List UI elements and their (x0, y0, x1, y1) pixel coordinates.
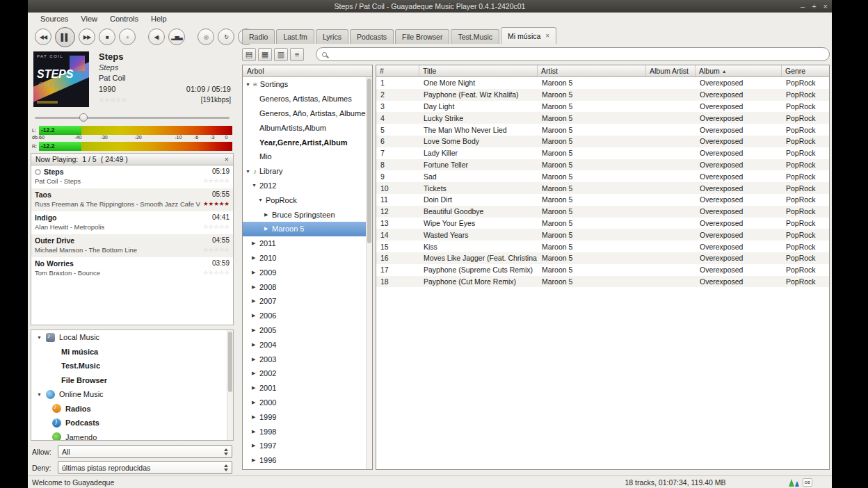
tab-test-music[interactable]: Test.Music (451, 29, 499, 44)
table-row[interactable]: 2Payphone (Feat. Wiz Khalifa)Maroon 5Ove… (376, 89, 829, 101)
tab-radio[interactable]: Radio (242, 29, 275, 44)
collapse-icon[interactable]: ▼ (37, 335, 46, 340)
spinner-icon[interactable] (224, 464, 228, 471)
table-row[interactable]: 14Wasted YearsMaroon 5OverexposedPopRock (376, 229, 829, 241)
close-button[interactable]: × (823, 3, 828, 10)
collapse-icon[interactable]: ▼ (252, 183, 259, 188)
expand-icon[interactable]: ▶ (252, 284, 259, 290)
tree-item-2005[interactable]: ▶2005 (243, 323, 366, 338)
table-row[interactable]: 4Lucky StrikeMaroon 5OverexposedPopRock (376, 112, 829, 124)
tab-lyrics[interactable]: Lyrics (316, 29, 348, 44)
expand-icon[interactable]: ▶ (252, 270, 259, 275)
maximize-button[interactable]: + (812, 3, 816, 10)
allow-filter-select[interactable]: All (58, 445, 232, 458)
column-header-album-artist[interactable]: Album Artist (646, 65, 696, 76)
source-item-local-music[interactable]: ▼Local Music (31, 330, 233, 345)
table-row[interactable]: 18Payphone (Cut More Remix)Maroon 5Overe… (376, 276, 829, 288)
expand-icon[interactable]: ▶ (252, 400, 259, 405)
tree-item-library[interactable]: ▼♪Library (243, 164, 366, 179)
table-row[interactable]: 9SadMaroon 5OverexposedPopRock (376, 170, 829, 182)
expand-icon[interactable]: ▶ (252, 327, 259, 333)
playlist-item[interactable]: Outer Drive04:55Michael Manson - The Bot… (31, 234, 233, 257)
record-button[interactable]: ● (119, 29, 136, 45)
tree-item-bruce-springsteen[interactable]: ▶Bruce Springsteen (243, 207, 366, 222)
tree-item-2001[interactable]: ▶2001 (243, 381, 366, 396)
column-header-artist[interactable]: Artist (538, 65, 646, 76)
table-row[interactable]: 12Beautiful GoodbyeMaroon 5OverexposedPo… (376, 206, 829, 218)
table-row[interactable]: 6Love Some BodyMaroon 5OverexposedPopRoc… (376, 136, 829, 147)
column-header-genre[interactable]: Genre (782, 65, 829, 76)
tree-item-2003[interactable]: ▶2003 (243, 352, 366, 366)
menu-item-help[interactable]: Help (151, 15, 167, 23)
expand-icon[interactable]: ▶ (252, 313, 259, 318)
spinner-icon[interactable] (224, 448, 228, 455)
view-albums-icon[interactable]: ▦ (258, 48, 272, 61)
collapse-icon[interactable]: ▼ (246, 82, 253, 87)
view-details-icon[interactable]: ≡ (290, 48, 304, 61)
tree-item-2011[interactable]: ▶2011 (243, 236, 366, 251)
tree-item-2000[interactable]: ▶2000 (243, 396, 366, 410)
tree-item-2009[interactable]: ▶2009 (243, 265, 366, 279)
deny-filter-select[interactable]: últimas pistas reproducidas (58, 461, 232, 474)
menu-item-view[interactable]: View (81, 15, 97, 23)
tab-file-browser[interactable]: File Browser (395, 29, 449, 44)
search-input[interactable] (331, 49, 823, 60)
expand-icon[interactable]: ▶ (264, 212, 272, 218)
sources-scrollbar[interactable] (227, 330, 233, 440)
source-item-radios[interactable]: Radios (31, 402, 233, 416)
playlist-item[interactable]: No Worries03:59Tom Braxton - Bounce☆☆☆☆☆ (31, 257, 233, 280)
source-item-podcasts[interactable]: Podcasts (31, 416, 233, 430)
source-item-online-music[interactable]: ▼Online Music (31, 387, 233, 402)
view-list-icon[interactable]: ▥ (274, 48, 288, 61)
tree-item-year-genre-artist-album[interactable]: Year,Genre,Artist,Album (243, 135, 366, 149)
source-item-mi-m-sica[interactable]: Mi música (31, 345, 233, 359)
volume-button[interactable]: ◀) (148, 29, 165, 45)
tree-item-mio[interactable]: Mio (243, 149, 366, 164)
menu-item-controls[interactable]: Controls (110, 15, 138, 23)
collapse-icon[interactable]: ▼ (258, 197, 266, 202)
expand-icon[interactable]: ▶ (252, 414, 259, 420)
table-row[interactable]: 13Wipe Your EyesMaroon 5OverexposedPopRo… (376, 218, 829, 229)
source-item-file-browser[interactable]: File Browser (31, 373, 233, 388)
pause-button[interactable]: ▌▌ (55, 27, 75, 47)
sources-scrollbar-thumb[interactable] (228, 332, 232, 392)
column-header-title[interactable]: Title (419, 65, 538, 76)
tree-item-2010[interactable]: ▶2010 (243, 251, 366, 266)
tab-last-fm[interactable]: Last.fm (276, 29, 314, 44)
tree-item-generos-artistas-albumes[interactable]: Generos, Artistas, Albumes (243, 92, 366, 106)
tree-item-2007[interactable]: ▶2007 (243, 294, 366, 309)
expand-icon[interactable]: ▶ (252, 443, 259, 448)
next-track-button[interactable]: ▶▶ (79, 29, 95, 45)
repeat-button[interactable]: ↻ (218, 29, 234, 45)
tree-scrollbar-thumb[interactable] (367, 79, 371, 243)
album-cover[interactable]: PAT COIL STEPS STEPS (33, 51, 89, 107)
tree-item-albumartists-album[interactable]: AlbumArtists,Album (243, 120, 366, 135)
source-item-jamendo[interactable]: Jamendo (31, 430, 233, 441)
expand-icon[interactable]: ▶ (252, 342, 259, 348)
table-row[interactable]: 5The Man Who Never LiedMaroon 5Overexpos… (376, 124, 829, 136)
column-header-[interactable]: # (376, 65, 419, 76)
expand-icon[interactable]: ▶ (264, 226, 272, 231)
playlist-item[interactable]: Steps05:19Pat Coil - Steps☆☆☆☆☆ (31, 165, 233, 188)
track-rating[interactable]: ☆☆☆☆☆ (99, 95, 127, 106)
search-box[interactable] (316, 47, 830, 61)
table-row[interactable]: 1One More NightMaroon 5OverexposedPopRoc… (376, 77, 829, 89)
table-row[interactable]: 15KissMaroon 5OverexposedPopRock (376, 241, 829, 252)
tree-item-2002[interactable]: ▶2002 (243, 366, 366, 381)
minimize-button[interactable]: – (801, 3, 805, 10)
table-row[interactable]: 8Fortune TellerMaroon 5OverexposedPopRoc… (376, 159, 829, 171)
seek-handle[interactable] (79, 113, 88, 122)
smart-mode-button[interactable]: ◎ (198, 29, 214, 45)
tree-item-sortings[interactable]: ▼≡Sortings (243, 77, 366, 92)
previous-track-button[interactable]: ◀◀ (35, 29, 51, 45)
seek-slider[interactable] (35, 113, 230, 122)
tree-item-2004[interactable]: ▶2004 (243, 337, 366, 352)
playlist-item[interactable]: Indigo04:41Alan Hewitt - Metropolis☆☆☆☆☆ (31, 211, 233, 234)
tree-column-header[interactable]: Arbol (243, 65, 372, 77)
column-header-album[interactable]: Album▲ (696, 65, 782, 76)
tree-item-poprock[interactable]: ▼PopRock (243, 193, 366, 207)
title-bar[interactable]: Steps / Pat Coil - Guayadeque Music Play… (28, 0, 832, 13)
tree-item-2012[interactable]: ▼2012 (243, 179, 366, 193)
collapse-icon[interactable]: ▼ (246, 169, 253, 174)
tree-scrollbar[interactable] (366, 77, 372, 469)
